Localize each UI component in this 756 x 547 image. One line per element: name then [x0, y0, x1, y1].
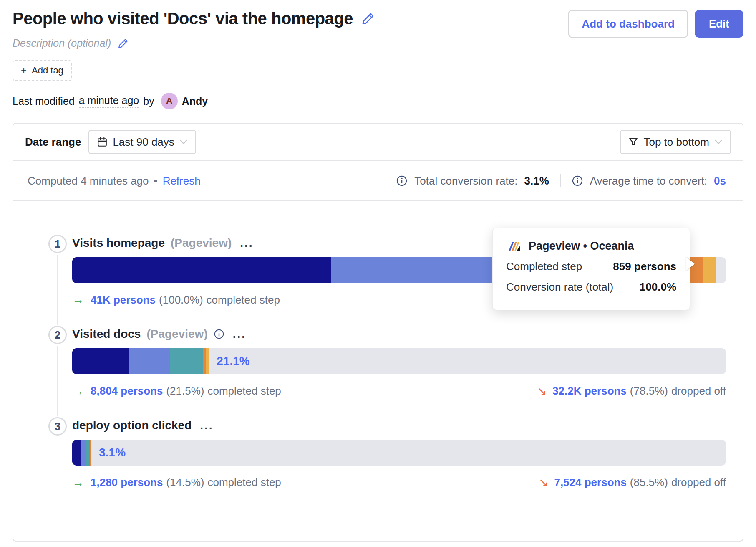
refresh-link[interactable]: Refresh [163, 175, 201, 187]
dropped-text: dropped off [671, 476, 726, 489]
step-order-value: Top to bottom [643, 136, 709, 149]
funnel-bar[interactable]: 3.1% [72, 440, 726, 466]
dropped-persons-link[interactable]: 32.2K persons [552, 385, 627, 398]
step-connector [57, 255, 58, 325]
step-name: Visits homepage [72, 236, 165, 250]
date-range-label: Date range [25, 136, 81, 149]
mouse-cursor [686, 257, 695, 271]
step-name: Visited docs [72, 327, 141, 341]
funnel-bar-segment-blue[interactable] [129, 348, 170, 374]
dropped-pct: (78.5%) [630, 385, 668, 398]
total-conversion-value: 3.1% [524, 175, 549, 187]
funnel-bar-segment-amber[interactable] [206, 348, 209, 374]
card-toolbar: Date range Last 90 days Top to bottom [13, 124, 743, 161]
funnel-bar-segment-navy[interactable] [72, 257, 331, 283]
series-tooltip: Pageview • Oceania Completed step 859 pe… [492, 228, 690, 310]
completed-text: completed step [207, 385, 281, 398]
completed-pct: (100.0%) [159, 294, 203, 306]
funnel-bar-segment-blue[interactable] [81, 440, 86, 466]
computed-text: Computed 4 minutes ago [28, 175, 149, 187]
dot-separator: • [154, 175, 158, 187]
edit-button[interactable]: Edit [695, 10, 743, 38]
dropped-pct: (85.5%) [630, 476, 668, 489]
step-event-type: (Pageview) [171, 236, 232, 250]
bar-conversion-label: 21.1% [217, 355, 249, 368]
series-stripes-icon [506, 240, 523, 253]
info-icon[interactable] [572, 175, 583, 187]
last-modified-prefix: Last modified [13, 95, 75, 107]
date-range-dropdown[interactable]: Last 90 days [88, 130, 196, 154]
step-order-dropdown[interactable]: Top to bottom [620, 130, 731, 154]
last-modified-by: by [143, 95, 154, 107]
tooltip-title: Pageview • Oceania [529, 240, 634, 253]
funnel-bar-segment-teal[interactable] [170, 348, 203, 374]
edit-title-pencil-icon[interactable] [361, 12, 375, 25]
add-to-dashboard-button[interactable]: Add to dashboard [568, 10, 688, 38]
tooltip-row-label: Completed step [506, 260, 582, 273]
last-modified-time[interactable]: a minute ago [79, 94, 139, 108]
calendar-icon [97, 137, 108, 147]
plus-icon: + [21, 65, 27, 76]
completed-pct: (14.5%) [166, 476, 204, 489]
edit-description-pencil-icon[interactable] [118, 38, 129, 49]
header-actions: Add to dashboard Edit [568, 9, 743, 38]
description-placeholder: Description (optional) [13, 37, 111, 49]
dropped-persons-link[interactable]: 7,524 persons [554, 476, 626, 489]
tooltip-row-label: Conversion rate (total) [506, 281, 613, 294]
date-range-value: Last 90 days [113, 136, 174, 149]
info-icon[interactable] [396, 175, 408, 187]
page-header: People who visited 'Docs' via the homepa… [13, 9, 743, 109]
info-icon[interactable] [214, 329, 224, 339]
chevron-down-icon [179, 139, 188, 145]
funnel-bar-segment-navy[interactable] [72, 440, 81, 466]
dropped-arrow-icon: ↘ [539, 476, 548, 489]
funnel-bar-segment-teal[interactable] [86, 440, 90, 466]
chevron-down-icon [714, 139, 723, 145]
status-row: Computed 4 minutes ago • Refresh Total c… [13, 161, 743, 201]
completed-arrow-icon: → [72, 385, 84, 398]
dropped-text: dropped off [671, 385, 726, 398]
add-tag-button[interactable]: + Add tag [13, 60, 72, 81]
step-menu-ellipsis[interactable]: ... [233, 327, 246, 341]
step-name: deploy option clicked [72, 419, 192, 432]
funnel-bar-segment-navy[interactable] [72, 348, 129, 374]
dropped-arrow-icon: ↘ [537, 384, 547, 398]
funnel-bar-segment-orange[interactable] [203, 348, 206, 374]
divider [560, 174, 561, 187]
last-modified-row: Last modified a minute ago by A Andy [13, 93, 375, 109]
completed-text: completed step [207, 476, 281, 489]
avatar[interactable]: A [161, 93, 178, 109]
avg-time-value: 0s [714, 175, 726, 187]
step-number-badge: 3 [48, 417, 67, 436]
step-number-badge: 2 [48, 326, 67, 344]
tooltip-row-value: 100.0% [640, 281, 676, 294]
funnel-step-3: 3 deploy option clicked ... 3.1% → 1,280… [43, 416, 743, 508]
step-menu-ellipsis[interactable]: ... [240, 236, 253, 250]
completed-arrow-icon: → [72, 476, 84, 489]
header-left: People who visited 'Docs' via the homepa… [13, 9, 375, 109]
completed-persons-link[interactable]: 41K persons [91, 294, 156, 306]
step-menu-ellipsis[interactable]: ... [200, 419, 213, 432]
page-title: People who visited 'Docs' via the homepa… [13, 9, 353, 28]
step-event-type: (Pageview) [146, 327, 207, 341]
add-tag-label: Add tag [32, 65, 63, 76]
funnel-bar-segment-blue[interactable] [331, 257, 491, 283]
insight-card: Date range Last 90 days Top to bottom Co… [13, 123, 743, 542]
funnel-bar[interactable]: 21.1% [72, 348, 726, 374]
insight-page: People who visited 'Docs' via the homepa… [0, 0, 756, 547]
avg-time-label: Average time to convert: [590, 175, 707, 187]
tooltip-row-value: 859 persons [613, 260, 676, 273]
funnel-bar-segment-orange[interactable] [90, 440, 91, 466]
step-connector [57, 346, 58, 416]
funnel-step-2: 2 Visited docs (Pageview) ... 21.1% → 8,… [43, 325, 743, 416]
completed-persons-link[interactable]: 1,280 persons [91, 476, 163, 489]
completed-pct: (21.5%) [166, 385, 204, 398]
completed-arrow-icon: → [72, 293, 84, 306]
completed-persons-link[interactable]: 8,804 persons [91, 385, 163, 398]
filter-funnel-icon [628, 137, 638, 147]
completed-text: completed step [207, 294, 280, 306]
author-name: Andy [182, 95, 208, 107]
funnel-bar-segment-amber[interactable] [703, 257, 716, 283]
step-number-badge: 1 [48, 235, 67, 253]
bar-conversion-label: 3.1% [99, 446, 126, 459]
